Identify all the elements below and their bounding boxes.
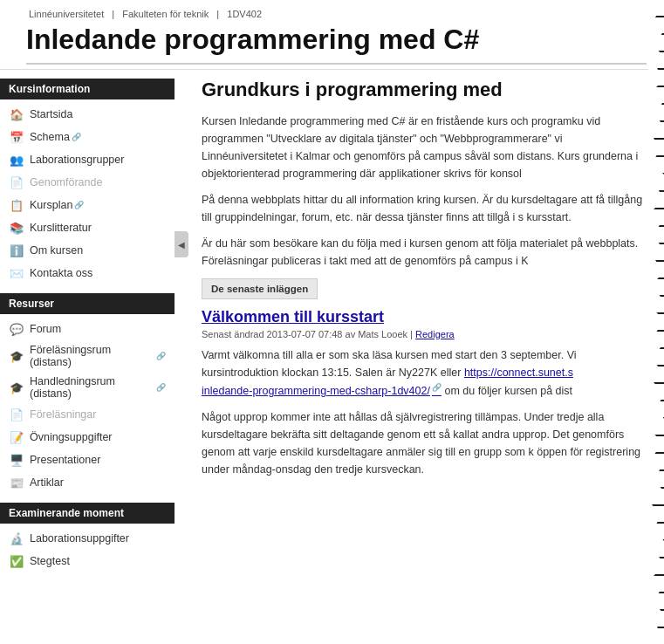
post-para-2: Något upprop kommer inte att hållas då s… [202, 408, 647, 478]
page-wrapper: Linnéuniversitetet | Fakulteten för tekn… [0, 0, 664, 581]
sidebar-item-kursplan[interactable]: 📋 Kursplan 🔗 [0, 194, 175, 216]
mail-icon: ✉️ [9, 265, 24, 281]
info-icon: ℹ️ [9, 243, 24, 258]
presentation-icon: 🖥️ [9, 452, 24, 468]
post-meta-date-prefix: Senast ändrad 2013-07-07 07:48 av Mats L… [202, 329, 415, 339]
sidebar-item-laborationsuppgifter[interactable]: 🔬 Laborationsuppgifter [0, 527, 175, 550]
sidebar-collapse-arrow[interactable]: ◀ [175, 231, 188, 257]
sidebar-label-genomforande: Genomförande [30, 176, 102, 188]
sunet-link[interactable]: https://connect.sunet.sinledande-program… [202, 367, 573, 397]
content-intro-3: Är du här som besökare kan du följa med … [202, 235, 647, 270]
sidebar-label-forelasningsrum: Föreläsningsrum (distans) [30, 344, 154, 368]
clipboard-icon: 📋 [9, 197, 24, 213]
sidebar-item-laborationsgrupper[interactable]: 👥 Laborationsgrupper [0, 148, 175, 171]
sidebar-item-startsida[interactable]: 🏠 Startsida [0, 103, 175, 126]
sidebar-section-kursinformation: Kursinformation [0, 79, 175, 99]
latest-posts-label: De senaste inläggen [202, 278, 318, 299]
sidebar-item-kontakta-oss[interactable]: ✉️ Kontakta oss [0, 262, 175, 284]
post-title[interactable]: Välkommen till kursstart [202, 308, 647, 326]
main-layout: Kursinformation 🏠 Startsida 📅 Schema 🔗 👥… [0, 70, 664, 581]
content-intro-1: Kursen Inledande programmering med C# är… [202, 113, 647, 182]
breadcrumb-item-faculty[interactable]: Fakulteten för teknik [122, 9, 209, 19]
sidebar-item-forelasningar: 📄 Föreläsningar [0, 403, 175, 426]
sidebar-label-schema: Schema [30, 131, 70, 143]
sidebar-section-resurser: Resurser [0, 293, 175, 314]
sidebar-item-handledningsrum[interactable]: 🎓 Handledningsrum (distans) 🔗 [0, 372, 175, 403]
calendar-icon: 📅 [9, 129, 24, 145]
sidebar-label-presentationer: Presentationer [30, 454, 100, 466]
test-icon: ✅ [9, 553, 24, 569]
tutoring-icon: 🎓 [9, 380, 24, 395]
sidebar: Kursinformation 🏠 Startsida 📅 Schema 🔗 👥… [0, 70, 175, 581]
page-title: Inledande programmering med C# [26, 23, 647, 56]
sidebar-label-laborationsgrupper: Laborationsgrupper [30, 154, 124, 166]
breadcrumb-sep-2: | [216, 9, 222, 19]
sidebar-item-genomforande: 📄 Genomförande [0, 171, 175, 194]
sidebar-label-ovningsuppgifter: Övningsuppgifter [30, 431, 113, 443]
home-icon: 🏠 [9, 106, 24, 122]
books-icon: 📚 [9, 220, 24, 236]
forum-icon: 💬 [9, 321, 24, 337]
sidebar-label-forum: Forum [30, 323, 61, 335]
post-para-1: Varmt välkomna till alla er som ska läsa… [202, 346, 647, 400]
sidebar-label-kontakta-oss: Kontakta oss [30, 267, 92, 279]
sidebar-label-forelasningar: Föreläsningar [30, 408, 96, 421]
header-divider [26, 63, 647, 65]
content-heading: Grundkurs i programmering med [202, 79, 647, 101]
sidebar-label-laborationsuppgifter: Laborationsuppgifter [30, 532, 129, 545]
header-area: Linnéuniversitetet | Fakulteten för tekn… [0, 0, 664, 70]
sidebar-item-stegtest[interactable]: ✅ Stegtest [0, 550, 175, 572]
sidebar-label-kursplan: Kursplan [30, 199, 72, 211]
sidebar-item-om-kursen[interactable]: ℹ️ Om kursen [0, 239, 175, 262]
article-icon: 📰 [9, 475, 24, 490]
torn-edge-right [648, 0, 664, 644]
sidebar-label-artiklar: Artiklar [30, 476, 64, 489]
exercise-icon: 📝 [9, 429, 24, 445]
post-meta: Senast ändrad 2013-07-07 07:48 av Mats L… [202, 329, 647, 339]
breadcrumb: Linnéuniversitetet | Fakulteten för tekn… [26, 9, 647, 19]
group-icon: 👥 [9, 152, 24, 168]
slides-icon: 📄 [9, 407, 24, 422]
breadcrumb-sep-1: | [112, 9, 117, 19]
sidebar-item-forum[interactable]: 💬 Forum [0, 318, 175, 340]
sidebar-item-artiklar[interactable]: 📰 Artiklar [0, 471, 175, 494]
sidebar-item-schema[interactable]: 📅 Schema 🔗 [0, 126, 175, 148]
breadcrumb-item-course-code: 1DV402 [227, 9, 262, 19]
sidebar-item-forelasningsrum[interactable]: 🎓 Föreläsningsrum (distans) 🔗 [0, 340, 175, 372]
sidebar-label-startsida: Startsida [30, 108, 72, 120]
document-icon: 📄 [9, 175, 24, 190]
breadcrumb-item-university[interactable]: Linnéuniversitetet [29, 9, 104, 19]
lab-icon: 🔬 [9, 531, 24, 546]
sidebar-item-kurslitteratur[interactable]: 📚 Kurslitteratur [0, 216, 175, 239]
sidebar-section-examinerande: Examinerande moment [0, 503, 175, 524]
sidebar-label-stegtest: Stegtest [30, 555, 70, 567]
sidebar-item-ovningsuppgifter[interactable]: 📝 Övningsuppgifter [0, 426, 175, 449]
sidebar-label-kurslitteratur: Kurslitteratur [30, 222, 92, 234]
sidebar-label-om-kursen: Om kursen [30, 244, 83, 257]
content-area: Grundkurs i programmering med Kursen Inl… [188, 70, 664, 581]
sidebar-item-presentationer[interactable]: 🖥️ Presentationer [0, 449, 175, 471]
sidebar-label-handledningsrum: Handledningsrum (distans) [30, 375, 154, 400]
post-edit-link[interactable]: Redigera [415, 329, 455, 339]
lecture-icon: 🎓 [9, 348, 24, 364]
content-intro-2: På denna webbplats hittar du all informa… [202, 191, 647, 226]
